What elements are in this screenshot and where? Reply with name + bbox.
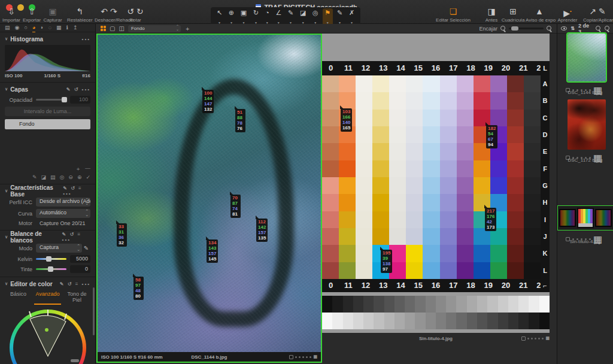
- collapse-chevron-icon[interactable]: ∨: [5, 37, 8, 41]
- tool-tab-capture-icon[interactable]: ◉: [15, 24, 20, 32]
- viewer-image-dsc1144[interactable]: 1001441471325188787670877481333136321121…: [96, 34, 322, 363]
- color-readout-tag[interactable]: 70877481: [230, 195, 241, 218]
- slider-track[interactable]: [36, 268, 66, 270]
- color-wheel[interactable]: [10, 310, 86, 364]
- opacity-slider[interactable]: [36, 99, 66, 101]
- color-readout-tag[interactable]: 21717642173: [485, 208, 496, 231]
- rating-dot[interactable]: [309, 356, 311, 358]
- tool-tab-like-icon[interactable]: ◗: [40, 24, 43, 32]
- thumb-label[interactable]: DSC_1172 b.jpg: [557, 157, 613, 163]
- rating-dot[interactable]: [295, 356, 297, 358]
- rating-checkbox[interactable]: [289, 355, 293, 359]
- before-after-button[interactable]: ◨ Antes: [482, 7, 500, 23]
- eye-filter-icon[interactable]: [561, 26, 567, 31]
- field-select[interactable]: Automático⌃⌄: [36, 209, 90, 218]
- panel-horizontal-scrollbar[interactable]: [71, 359, 79, 362]
- viewer-image-checker[interactable]: 0111213141516171819202122 L ABCDEFGHIJKL…: [322, 34, 551, 357]
- collapse-chevron-icon[interactable]: ∨: [5, 87, 8, 92]
- collapse-chevron-icon[interactable]: ∨: [5, 235, 8, 239]
- rotate-buttons[interactable]: ↺↻ Rotar: [125, 7, 146, 23]
- panel-action-icons[interactable]: ✎ ↺ ≡ •••: [63, 186, 90, 196]
- slider-thumb[interactable]: [48, 266, 53, 272]
- color-readout-tag[interactable]: 58974880: [133, 277, 144, 300]
- import-button[interactable]: ⇩ Importar: [1, 7, 22, 23]
- image-color-checker[interactable]: 0111213141516171819202122 L ABCDEFGHIJKL…: [322, 34, 550, 333]
- color-readout-tag[interactable]: 112142157135: [256, 219, 268, 242]
- rating-dot[interactable]: [302, 356, 304, 358]
- wb-mode-select[interactable]: Captura⌃⌄: [36, 244, 82, 253]
- tool-tab-output-icon[interactable]: ↥: [73, 24, 78, 32]
- variant-thumb-dark-2[interactable]: [595, 209, 612, 227]
- slider-thumb[interactable]: [46, 256, 51, 262]
- thumb-label[interactable]: DSC_1144 b.jpg: [557, 90, 613, 95]
- tool-tab-color-icon[interactable]: ◕: [32, 24, 35, 32]
- layer-select[interactable]: Fondo⌃⌄: [128, 25, 181, 32]
- remove-layer-button[interactable]: —: [85, 165, 90, 173]
- thumb-label[interactable]: Sin-título-4.jpg: [557, 239, 613, 244]
- color-readout-tag[interactable]: 182546794: [486, 125, 497, 148]
- panel-action-icons[interactable]: ✎ ↺ •••: [66, 87, 90, 92]
- collapse-chevron-icon[interactable]: ∨: [5, 281, 8, 286]
- learn-button[interactable]: ▶• Aprender: [556, 7, 579, 23]
- color-readout-tag[interactable]: 33313632: [117, 223, 127, 247]
- color-readout-tag[interactable]: 134143157145: [207, 239, 218, 263]
- tab-avanzado[interactable]: Avanzado: [34, 290, 61, 305]
- capture-button[interactable]: ▣ Capturar: [42, 7, 63, 23]
- rating-dot[interactable]: [542, 338, 544, 339]
- tool-tab-adjustments-icon[interactable]: ▦: [56, 24, 62, 32]
- panel-vertical-scrollbar[interactable]: [93, 287, 95, 335]
- exposure-warning-button[interactable]: ▲ Aviso de expo: [526, 7, 553, 23]
- slider-value[interactable]: 0: [70, 265, 90, 273]
- thumbnail-dsc1172[interactable]: [568, 99, 606, 150]
- rating-dot[interactable]: [538, 338, 540, 339]
- collapse-chevron-icon[interactable]: ∨: [5, 189, 8, 193]
- layer-item-background[interactable]: Fondo: [5, 119, 90, 129]
- search-icon[interactable]: [596, 26, 600, 31]
- tab-tono-de-piel[interactable]: Tono de Piel: [63, 290, 90, 305]
- filter-loupe-icon[interactable]: [605, 26, 609, 31]
- rating-dot[interactable]: [299, 356, 301, 358]
- panel-action-icons[interactable]: ✎ ↺ ≡ •••: [62, 232, 90, 242]
- rating-row[interactable]: ▦: [521, 336, 550, 341]
- add-view-button[interactable]: ＋: [184, 25, 190, 33]
- rating-dot[interactable]: [306, 356, 308, 358]
- fit-select[interactable]: Encajar: [479, 26, 497, 32]
- image-dsc1144[interactable]: 1001441471325188787670877481333136321121…: [98, 35, 321, 352]
- proof-view-icon[interactable]: ◫: [119, 25, 124, 32]
- single-view-icon[interactable]: ▢: [110, 25, 115, 32]
- wb-eyedropper-icon[interactable]: ✎: [82, 245, 90, 251]
- export-button[interactable]: ⇧ Exportar: [22, 7, 42, 23]
- add-layer-button[interactable]: ＋: [75, 165, 81, 173]
- edit-selection-button[interactable]: ❏ Editar Selección: [435, 7, 472, 23]
- multi-view-icon[interactable]: [101, 26, 106, 31]
- color-readout-tag[interactable]: 100144147132: [202, 90, 214, 113]
- reset-button[interactable]: ↰ Restablecer: [67, 7, 92, 23]
- slider-track[interactable]: [36, 258, 66, 260]
- opacity-value[interactable]: 100: [70, 96, 90, 104]
- copy-apply-buttons[interactable]: ↗✎ Copiar/Aplicar: [582, 7, 613, 23]
- color-readout-tag[interactable]: 51887876: [235, 109, 245, 132]
- color-readout-tag[interactable]: 1953913897: [381, 250, 392, 273]
- panel-action-icons[interactable]: ✎ ↺ ≡ •••: [60, 281, 90, 287]
- variant-thumb-dark-1[interactable]: [559, 209, 576, 227]
- field-select[interactable]: Desde el archivo (Adobe RG...⌃⌄: [36, 198, 90, 207]
- rating-dot[interactable]: [527, 338, 529, 339]
- thumbnail-dsc1144[interactable]: [568, 34, 606, 81]
- rating-dot[interactable]: [535, 338, 536, 339]
- layer-footer-icons[interactable]: ＋ —: [5, 164, 90, 173]
- layer-mask-tools[interactable]: ✎◪ ▤◎ ⊖⊕ ✓: [5, 173, 90, 180]
- luma-range-button[interactable]: Intervalo de Luma...: [5, 107, 90, 116]
- color-readout-tag[interactable]: 103166140165: [341, 108, 352, 132]
- tool-tab-library-icon[interactable]: ▤: [5, 24, 10, 32]
- slider-value[interactable]: 5000: [70, 255, 90, 263]
- zoom-slider[interactable]: [509, 28, 544, 29]
- undo-redo-buttons[interactable]: ↶↷ Deshacer/Rehacer: [93, 7, 125, 23]
- tool-tab-search-icon[interactable]: ○: [24, 24, 27, 32]
- zoom-in-icon[interactable]: [547, 26, 552, 31]
- rating-dot[interactable]: [531, 338, 533, 339]
- rating-checkbox[interactable]: [521, 336, 526, 341]
- tab-básico[interactable]: Básico: [5, 290, 32, 305]
- tool-tab-loupe-icon[interactable]: ◌: [48, 24, 51, 32]
- panel-more-icon[interactable]: •••: [82, 37, 90, 42]
- sort-icon[interactable]: ⇅: [570, 26, 575, 31]
